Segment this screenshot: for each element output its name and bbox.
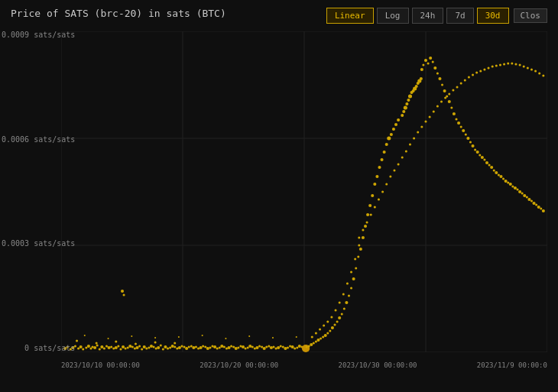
svg-point-282 bbox=[523, 66, 525, 68]
svg-point-143 bbox=[357, 256, 359, 258]
svg-point-182 bbox=[438, 77, 441, 80]
svg-point-179 bbox=[432, 61, 434, 63]
svg-point-47 bbox=[153, 346, 155, 348]
svg-point-90 bbox=[235, 347, 238, 350]
svg-point-209 bbox=[502, 178, 504, 180]
svg-point-160 bbox=[366, 213, 369, 216]
svg-point-191 bbox=[460, 126, 462, 128]
svg-point-55 bbox=[171, 345, 174, 348]
svg-point-18 bbox=[85, 347, 87, 349]
svg-point-103 bbox=[265, 346, 268, 348]
7d-button[interactable]: 7d bbox=[446, 8, 473, 24]
24h-button[interactable]: 24h bbox=[412, 8, 444, 24]
svg-point-151 bbox=[339, 302, 341, 304]
svg-point-56 bbox=[174, 346, 176, 348]
svg-point-242 bbox=[366, 222, 368, 224]
svg-point-223 bbox=[535, 204, 537, 206]
svg-point-63 bbox=[135, 343, 137, 345]
chart-plot-area: 0.0009 sats/sats 0.0006 sats/sats 0.0003… bbox=[61, 31, 547, 352]
svg-point-217 bbox=[521, 193, 524, 195]
svg-point-243 bbox=[370, 214, 372, 216]
svg-point-251 bbox=[401, 157, 404, 159]
svg-point-162 bbox=[371, 194, 374, 197]
svg-point-278 bbox=[507, 63, 509, 65]
svg-point-159 bbox=[364, 225, 367, 228]
svg-point-297 bbox=[296, 336, 297, 338]
svg-point-99 bbox=[255, 346, 258, 349]
svg-point-250 bbox=[397, 164, 400, 166]
svg-point-161 bbox=[368, 204, 371, 207]
svg-point-281 bbox=[519, 64, 521, 66]
svg-point-181 bbox=[436, 73, 439, 75]
x-label-oct10: 2023/10/10 00:00:00 bbox=[61, 361, 140, 369]
svg-point-190 bbox=[457, 121, 460, 125]
svg-point-280 bbox=[514, 63, 517, 66]
close-button[interactable]: Clos bbox=[514, 8, 548, 23]
svg-point-51 bbox=[162, 348, 164, 351]
svg-point-27 bbox=[105, 345, 108, 348]
svg-point-49 bbox=[157, 346, 160, 349]
svg-point-275 bbox=[495, 65, 498, 67]
svg-point-142 bbox=[355, 267, 357, 270]
svg-point-174 bbox=[420, 68, 423, 71]
svg-point-165 bbox=[378, 166, 381, 169]
y-label-0: 0 sats/sats bbox=[2, 345, 75, 352]
svg-point-293 bbox=[202, 335, 203, 336]
svg-point-260 bbox=[436, 105, 439, 108]
svg-point-17 bbox=[82, 348, 84, 351]
svg-point-168 bbox=[385, 143, 388, 146]
svg-point-295 bbox=[248, 335, 250, 337]
svg-point-267 bbox=[464, 79, 466, 82]
svg-point-262 bbox=[444, 97, 446, 99]
top-right-controls: Linear Log 24h 7d 30d Clos bbox=[326, 8, 547, 24]
svg-point-37 bbox=[128, 345, 131, 348]
svg-point-127 bbox=[320, 338, 322, 340]
svg-point-256 bbox=[420, 126, 423, 128]
svg-point-167 bbox=[383, 151, 386, 154]
svg-point-289 bbox=[108, 338, 109, 339]
svg-point-72 bbox=[192, 346, 195, 349]
svg-point-200 bbox=[481, 156, 484, 159]
chart-container: Price of SATS (brc-20) in sats (BTC) Lin… bbox=[0, 0, 558, 392]
svg-point-252 bbox=[405, 151, 407, 153]
svg-point-54 bbox=[169, 347, 171, 349]
svg-point-123 bbox=[310, 343, 313, 346]
svg-point-248 bbox=[389, 176, 391, 178]
y-axis: 0.0009 sats/sats 0.0006 sats/sats 0.0003… bbox=[2, 31, 75, 352]
30d-button[interactable]: 30d bbox=[477, 8, 509, 24]
y-label-0009: 0.0009 sats/sats bbox=[2, 31, 75, 39]
svg-point-232 bbox=[408, 95, 412, 99]
svg-point-265 bbox=[456, 86, 458, 89]
svg-point-145 bbox=[315, 332, 317, 335]
svg-point-130 bbox=[326, 332, 329, 335]
svg-point-218 bbox=[523, 194, 526, 197]
svg-point-222 bbox=[533, 202, 536, 205]
x-label-oct30: 2023/10/30 00:00:00 bbox=[339, 361, 417, 369]
svg-point-178 bbox=[429, 57, 432, 60]
svg-point-70 bbox=[188, 346, 190, 348]
svg-point-296 bbox=[272, 337, 274, 339]
x-label-nov9: 2023/11/9 00:00:0 bbox=[477, 361, 547, 369]
svg-point-93 bbox=[242, 345, 245, 348]
svg-point-16 bbox=[79, 345, 83, 348]
svg-point-136 bbox=[341, 313, 343, 316]
svg-point-96 bbox=[248, 345, 251, 348]
svg-point-292 bbox=[178, 336, 180, 338]
svg-point-64 bbox=[154, 342, 157, 344]
svg-point-94 bbox=[245, 348, 247, 350]
svg-point-114 bbox=[291, 345, 294, 348]
svg-point-112 bbox=[287, 347, 289, 349]
svg-point-215 bbox=[516, 189, 518, 191]
log-button[interactable]: Log bbox=[377, 8, 409, 24]
linear-button[interactable]: Linear bbox=[326, 8, 374, 24]
svg-point-138 bbox=[345, 301, 348, 304]
x-axis: 2023/10/10 00:00:00 2023/10/20 00:00:00 … bbox=[61, 361, 547, 369]
svg-point-117 bbox=[298, 345, 301, 348]
svg-point-177 bbox=[427, 63, 430, 65]
svg-point-225 bbox=[540, 208, 542, 210]
svg-point-283 bbox=[527, 67, 529, 70]
svg-point-284 bbox=[530, 69, 533, 71]
svg-point-81 bbox=[213, 345, 216, 348]
svg-point-216 bbox=[518, 190, 521, 193]
svg-point-46 bbox=[150, 345, 153, 348]
